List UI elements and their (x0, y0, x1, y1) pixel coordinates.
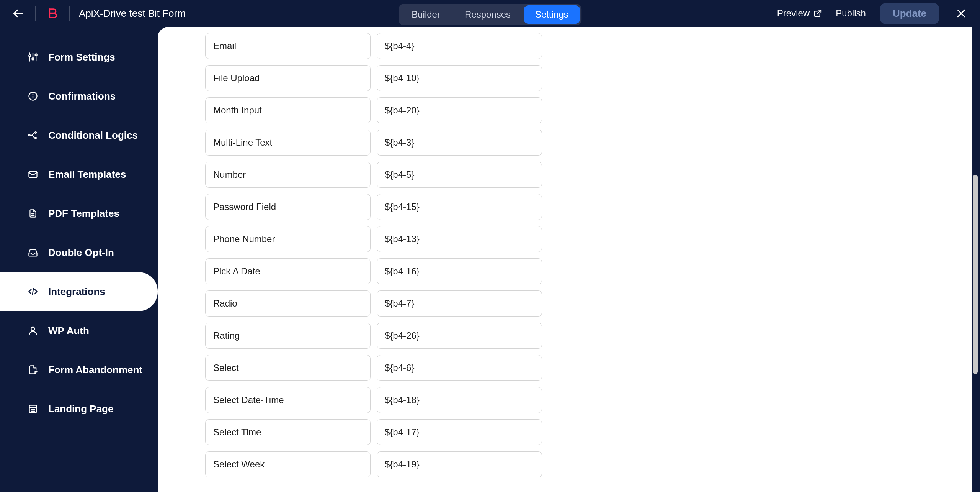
field-label-cell[interactable]: Number (205, 162, 371, 188)
sidebar-item-label: Integrations (48, 286, 105, 298)
field-row: File Upload${b4-10} (205, 65, 925, 91)
document-icon (27, 207, 39, 220)
close-icon[interactable] (953, 5, 969, 21)
sidebar: Form Settings Confirmations Conditional … (0, 27, 158, 492)
svg-point-20 (31, 327, 34, 331)
sidebar-item-label: Form Settings (48, 51, 115, 63)
field-mapping-list: Email${b4-4}File Upload${b4-10}Month Inp… (158, 27, 972, 492)
field-code-cell[interactable]: ${b4-6} (377, 355, 542, 381)
sidebar-item-form-abandonment[interactable]: Form Abandonment (0, 350, 158, 389)
main-panel: Email${b4-4}File Upload${b4-10}Month Inp… (158, 27, 972, 492)
scrollbar-thumb[interactable] (973, 175, 978, 374)
tab-builder[interactable]: Builder (400, 5, 452, 24)
sidebar-item-landing-page[interactable]: Landing Page (0, 389, 158, 428)
preview-label: Preview (777, 8, 810, 19)
field-row: Radio${b4-7} (205, 290, 925, 317)
field-row: Select Time${b4-17} (205, 419, 925, 445)
field-row: Select${b4-6} (205, 355, 925, 381)
field-code-cell[interactable]: ${b4-10} (377, 65, 542, 91)
field-label-cell[interactable]: Select Week (205, 451, 371, 477)
field-row: Pick A Date${b4-16} (205, 258, 925, 284)
svg-point-15 (35, 137, 36, 139)
field-label-cell[interactable]: Rating (205, 323, 371, 349)
field-code-cell[interactable]: ${b4-7} (377, 290, 542, 317)
sidebar-item-label: Confirmations (48, 90, 116, 102)
svg-point-7 (32, 58, 34, 60)
layout-icon (27, 403, 39, 415)
divider (69, 6, 70, 21)
field-label-cell[interactable]: Phone Number (205, 226, 371, 252)
sidebar-item-label: WP Auth (48, 325, 89, 337)
field-row: Select Date-Time${b4-18} (205, 387, 925, 413)
topbar-right: Preview Publish Update (777, 3, 969, 24)
field-label-cell[interactable]: Select Date-Time (205, 387, 371, 413)
sidebar-item-conditional-logics[interactable]: Conditional Logics (0, 116, 158, 155)
field-label-cell[interactable]: Multi-Line Text (205, 130, 371, 156)
field-code-cell[interactable]: ${b4-3} (377, 130, 542, 156)
field-code-cell[interactable]: ${b4-4} (377, 33, 542, 59)
tab-responses[interactable]: Responses (453, 5, 522, 24)
form-edit-icon (27, 364, 39, 376)
field-row: Month Input${b4-20} (205, 97, 925, 123)
external-link-icon (813, 9, 822, 18)
sidebar-item-pdf-templates[interactable]: PDF Templates (0, 194, 158, 233)
back-icon[interactable] (11, 6, 26, 21)
field-code-cell[interactable]: ${b4-18} (377, 387, 542, 413)
field-label-cell[interactable]: Month Input (205, 97, 371, 123)
scrollbar[interactable] (973, 33, 978, 487)
publish-link[interactable]: Publish (836, 8, 866, 19)
field-code-cell[interactable]: ${b4-13} (377, 226, 542, 252)
field-code-cell[interactable]: ${b4-20} (377, 97, 542, 123)
field-row: Number${b4-5} (205, 162, 925, 188)
topbar: ApiX-Drive test Bit Form Builder Respons… (0, 0, 980, 27)
field-label-cell[interactable]: Select Time (205, 419, 371, 445)
view-tabs: Builder Responses Settings (399, 4, 581, 25)
preview-link[interactable]: Preview (777, 8, 822, 19)
sidebar-item-form-settings[interactable]: Form Settings (0, 38, 158, 77)
info-icon (27, 90, 39, 102)
code-icon (27, 285, 39, 298)
branch-icon (27, 129, 39, 141)
field-label-cell[interactable]: Radio (205, 290, 371, 317)
sidebar-item-label: Form Abandonment (48, 364, 142, 376)
field-label-cell[interactable]: Select (205, 355, 371, 381)
field-row: Multi-Line Text${b4-3} (205, 130, 925, 156)
field-code-cell[interactable]: ${b4-15} (377, 194, 542, 220)
app-logo[interactable] (45, 6, 60, 21)
divider (35, 6, 36, 21)
field-row: Phone Number${b4-13} (205, 226, 925, 252)
field-row: Password Field${b4-15} (205, 194, 925, 220)
sidebar-item-double-opt-in[interactable]: Double Opt-In (0, 233, 158, 272)
sidebar-item-integrations[interactable]: Integrations (0, 272, 158, 311)
sidebar-item-wp-auth[interactable]: WP Auth (0, 311, 158, 350)
sidebar-item-confirmations[interactable]: Confirmations (0, 77, 158, 116)
sidebar-item-label: PDF Templates (48, 208, 119, 220)
spacer (0, 27, 158, 38)
update-button[interactable]: Update (880, 3, 939, 24)
svg-point-9 (35, 54, 37, 56)
mail-icon (27, 168, 39, 180)
svg-rect-16 (29, 172, 37, 177)
field-code-cell[interactable]: ${b4-19} (377, 451, 542, 477)
field-code-cell[interactable]: ${b4-5} (377, 162, 542, 188)
tab-settings[interactable]: Settings (524, 5, 580, 24)
field-code-cell[interactable]: ${b4-17} (377, 419, 542, 445)
sidebar-item-email-templates[interactable]: Email Templates (0, 155, 158, 194)
svg-line-1 (817, 10, 821, 14)
field-label-cell[interactable]: File Upload (205, 65, 371, 91)
sidebar-item-label: Email Templates (48, 169, 126, 180)
svg-point-14 (35, 132, 36, 133)
svg-point-5 (29, 55, 31, 57)
svg-line-19 (33, 289, 33, 295)
inbox-icon (27, 246, 39, 259)
field-code-cell[interactable]: ${b4-16} (377, 258, 542, 284)
field-row: Rating${b4-26} (205, 323, 925, 349)
field-row: Select Week${b4-19} (205, 451, 925, 477)
field-label-cell[interactable]: Password Field (205, 194, 371, 220)
field-label-cell[interactable]: Email (205, 33, 371, 59)
user-icon (27, 325, 39, 337)
field-row: Email${b4-4} (205, 33, 925, 59)
field-label-cell[interactable]: Pick A Date (205, 258, 371, 284)
sliders-icon (27, 51, 39, 63)
field-code-cell[interactable]: ${b4-26} (377, 323, 542, 349)
